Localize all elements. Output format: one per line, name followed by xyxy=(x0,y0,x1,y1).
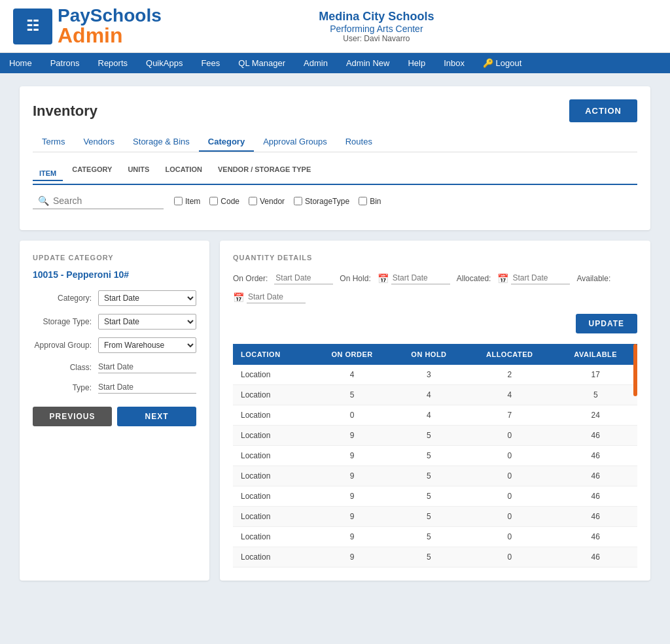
nav-patrons[interactable]: Patrons xyxy=(41,53,89,73)
table-row: Location 9 5 0 46 xyxy=(233,446,637,466)
type-input[interactable] xyxy=(98,381,196,394)
previous-button[interactable]: PREVIOUS xyxy=(33,407,112,426)
update-button[interactable]: UPDATE xyxy=(576,314,637,333)
school-user: User: Davi Navarro xyxy=(319,34,434,43)
two-col-layout: UPDATE CATEGORY 10015 - Pepperoni 10# Ca… xyxy=(20,241,650,581)
label-category: Category: xyxy=(33,294,98,303)
scroll-indicator xyxy=(633,344,637,396)
table-body: Location 4 3 2 17 Location 5 4 4 5 Locat… xyxy=(233,365,637,568)
nav-admin-new[interactable]: Admin New xyxy=(337,53,398,73)
cell-on-hold: 4 xyxy=(393,385,465,405)
cell-on-order: 4 xyxy=(311,365,393,385)
cell-on-hold: 5 xyxy=(393,547,465,568)
filter-tab-units[interactable]: UNITS xyxy=(121,163,156,176)
cell-location: Location xyxy=(233,507,311,527)
available-input[interactable] xyxy=(247,291,306,303)
quantity-table: LOCATION ON ORDER ON HOLD ALLOCATED AVAI… xyxy=(233,344,637,568)
cell-on-hold: 5 xyxy=(393,466,465,486)
chk-bin[interactable] xyxy=(359,197,367,205)
sub-nav-storage-bins[interactable]: Storage & Bins xyxy=(124,133,199,152)
filter-tab-category[interactable]: CATEGORY xyxy=(65,163,118,176)
cell-on-order: 9 xyxy=(311,507,393,527)
nav-admin[interactable]: Admin xyxy=(294,53,337,73)
checkbox-code[interactable]: Code xyxy=(209,197,239,206)
label-type: Type: xyxy=(33,383,98,392)
nav-inbox[interactable]: Inbox xyxy=(434,53,474,73)
checkbox-item[interactable]: Item xyxy=(174,197,200,206)
cell-allocated: 0 xyxy=(465,547,554,568)
checkbox-bin[interactable]: Bin xyxy=(359,197,381,206)
label-storage-type: Storage Type: xyxy=(33,317,98,326)
inventory-card: Inventory ACTION Terms Vendors Storage &… xyxy=(20,86,650,230)
table-row: Location 9 5 0 46 xyxy=(233,527,637,547)
sub-nav-approval-groups[interactable]: Approval Groups xyxy=(254,133,336,152)
cell-allocated: 0 xyxy=(465,426,554,446)
available-label: Available: xyxy=(576,274,610,283)
filter-tab-item[interactable]: ITEM xyxy=(33,167,63,181)
main-content: Inventory ACTION Terms Vendors Storage &… xyxy=(0,73,670,594)
logo-text-group: PaySchools Admin xyxy=(58,7,162,46)
cell-allocated: 4 xyxy=(465,385,554,405)
nav-fees[interactable]: Fees xyxy=(192,53,229,73)
checkbox-storage-type[interactable]: StorageType xyxy=(294,197,349,206)
on-hold-input[interactable] xyxy=(391,272,450,284)
table-row: Location 5 4 4 5 xyxy=(233,385,637,405)
on-order-field xyxy=(274,272,333,284)
chk-storage-type[interactable] xyxy=(294,197,302,205)
cell-available: 24 xyxy=(554,405,637,426)
sub-nav-terms[interactable]: Terms xyxy=(33,133,74,152)
item-name: 10015 - Pepperoni 10# xyxy=(33,269,196,280)
filter-tab-location[interactable]: LOCATION xyxy=(158,163,209,176)
sub-nav-category[interactable]: Category xyxy=(199,133,254,152)
on-order-input[interactable] xyxy=(274,272,333,284)
category-select[interactable]: Start Date xyxy=(98,290,196,306)
cell-location: Location xyxy=(233,405,311,426)
allocated-input[interactable] xyxy=(511,272,570,284)
nav-logout[interactable]: 🔑 Logout xyxy=(474,53,531,73)
page-title: Inventory xyxy=(33,103,97,120)
chk-code[interactable] xyxy=(209,197,218,205)
sub-nav-vendors[interactable]: Vendors xyxy=(74,133,124,152)
table-row: Location 4 3 2 17 xyxy=(233,365,637,385)
checkbox-vendor[interactable]: Vendor xyxy=(249,197,285,206)
calendar-icon-2: 📅 xyxy=(497,273,508,284)
approval-group-select[interactable]: From Warehouse xyxy=(98,337,196,353)
cell-allocated: 7 xyxy=(465,405,554,426)
logo-pay: Pay xyxy=(58,5,90,25)
search-icon: 🔍 xyxy=(38,195,49,206)
cell-available: 17 xyxy=(554,365,637,385)
nav-home[interactable]: Home xyxy=(0,53,41,73)
filter-tab-vendor-storage[interactable]: VENDOR / STORAGE TYPE xyxy=(211,163,317,176)
cell-on-hold: 5 xyxy=(393,426,465,446)
cell-on-order: 0 xyxy=(311,405,393,426)
nav-quikapps[interactable]: QuikApps xyxy=(137,53,192,73)
update-category-title: UPDATE CATEGORY xyxy=(33,254,196,262)
cell-allocated: 0 xyxy=(465,507,554,527)
cell-on-order: 5 xyxy=(311,385,393,405)
sub-nav-routes[interactable]: Routes xyxy=(336,133,381,152)
search-input[interactable] xyxy=(53,195,158,206)
cell-location: Location xyxy=(233,466,311,486)
nav-help[interactable]: Help xyxy=(398,53,434,73)
cell-on-order: 9 xyxy=(311,527,393,547)
form-row-storage-type: Storage Type: Start Date xyxy=(33,314,196,330)
control-class xyxy=(98,361,196,373)
class-input[interactable] xyxy=(98,361,196,373)
col-available: AVAILABLE xyxy=(554,344,637,365)
cell-allocated: 0 xyxy=(465,446,554,466)
storage-type-select[interactable]: Start Date xyxy=(98,314,196,330)
quantity-title: QUANTITY DETAILS xyxy=(233,254,637,262)
search-box: 🔍 xyxy=(33,193,164,209)
action-button[interactable]: ACTION xyxy=(569,99,637,122)
qty-inputs: On Order: On Hold: 📅 Allocated: 📅 Availa… xyxy=(233,272,637,303)
next-button[interactable]: NEXT xyxy=(117,407,196,426)
school-sub: Performing Arts Center xyxy=(319,24,434,34)
nav-ql-manager[interactable]: QL Manager xyxy=(229,53,294,73)
chk-item[interactable] xyxy=(174,197,183,205)
table-row: Location 9 5 0 46 xyxy=(233,466,637,486)
on-order-label: On Order: xyxy=(233,274,268,283)
on-hold-label: On Hold: xyxy=(340,274,370,283)
logo-admin: Admin xyxy=(58,25,162,46)
chk-vendor[interactable] xyxy=(249,197,257,205)
nav-reports[interactable]: Reports xyxy=(89,53,137,73)
